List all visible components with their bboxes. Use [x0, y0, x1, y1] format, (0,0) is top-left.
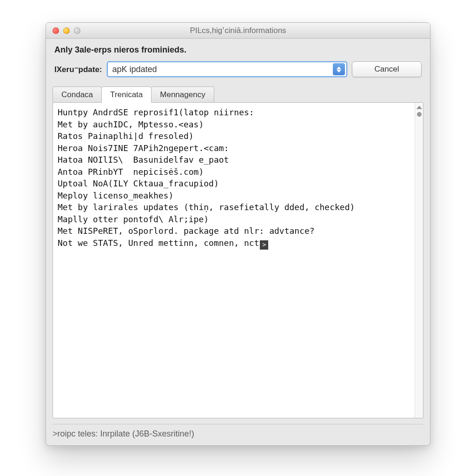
update-row: IXeru⁻pdate: Cancel [54, 61, 422, 77]
scroll-up-icon[interactable] [416, 105, 422, 110]
combo-stepper-icon[interactable] [333, 63, 345, 75]
update-combo[interactable] [107, 61, 347, 77]
cancel-button[interactable]: Cancel [352, 61, 422, 77]
log-line: Met by auchIDC, Mptesso.<eas) [58, 119, 410, 131]
update-label: IXeru⁻pdate: [54, 65, 102, 74]
log-line: Heroa Nois7INE 7APih2ngepert.<cam: [58, 142, 410, 154]
minimize-icon[interactable] [63, 27, 70, 34]
log-output[interactable]: Huntpy AndrdSE reprosif1(latop niirnes:M… [53, 103, 415, 418]
log-line: Ratos Painaplhi|d fresoled) [58, 130, 410, 142]
update-input[interactable] [108, 65, 333, 74]
dialog-heading: Anly 3ale-erps nieros frominieds. [54, 45, 422, 55]
close-icon[interactable] [53, 27, 59, 34]
zoom-icon[interactable] [74, 27, 80, 34]
log-line: Antoa PRinbYT nepicisėš.com) [58, 166, 410, 178]
tab-condaca[interactable]: Condaca [53, 86, 102, 102]
status-bar: >roipc teles: Inrpilate (J6B-Sxesritine!… [53, 424, 423, 439]
tab-trenicata[interactable]: Trenicata [101, 86, 152, 103]
scroll-thumb-icon[interactable] [417, 112, 422, 117]
window-title: PIĿcs,higˈciniā.informations [46, 26, 430, 35]
log-line: Meploy licenso_meakhes) [58, 190, 410, 202]
log-line: Huntpy AndrdSE reprosif1(latop niirnes: [58, 106, 410, 119]
log-line: Uptoal NoA(ILY Cktaua_fracupiod) [58, 178, 410, 190]
log-line: Not we STATS, Unred mettinn, comnen, nct… [58, 237, 410, 250]
window-controls [46, 27, 80, 34]
log-line: Met by larirales updates (thiṇ, rasefiet… [58, 201, 410, 213]
dialog-window: PIĿcs,higˈciniā.informations Anly 3ale-e… [46, 22, 430, 446]
dialog-header: Anly 3ale-erps nieros frominieds. IXeru⁻… [46, 39, 430, 82]
log-line: Met NISPeRET, oSporlord. package atd nlr… [58, 225, 410, 237]
tab-bar: Condaca Trenicata Mennagency [46, 82, 430, 102]
titlebar[interactable]: PIĿcs,higˈciniā.informations [46, 23, 430, 39]
log-line: Maplly otter pontofd\ Alr;ipe) [58, 213, 410, 225]
cursor-icon: > [260, 240, 268, 250]
vertical-scrollbar[interactable] [415, 103, 423, 418]
tab-mennagency[interactable]: Mennagency [151, 86, 214, 102]
log-panel: Huntpy AndrdSE reprosif1(latop niirnes:M… [53, 102, 423, 418]
log-line: Hatoa NOIlIS\ Basunidelfav e_paot [58, 154, 410, 166]
